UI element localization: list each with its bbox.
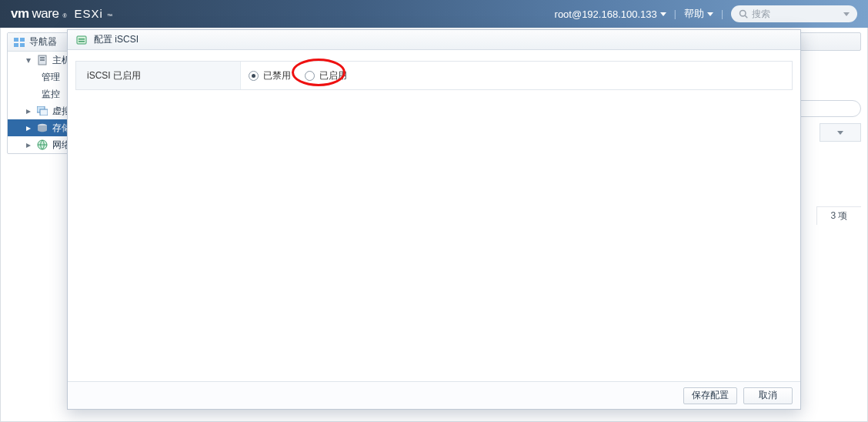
cancel-button[interactable]: 取消 [743,387,793,404]
chevron-down-icon [707,12,713,16]
chevron-down-icon [843,12,850,16]
top-banner: vmware® ESXi™ root@192.168.100.133 | 帮助 … [0,0,868,28]
tree-twisty[interactable]: ▾ [25,55,32,65]
tree-twisty[interactable]: ▸ [25,139,32,150]
svg-point-0 [740,11,746,17]
logo-tm: ™ [107,13,112,18]
user-menu[interactable]: root@192.168.100.133 [555,8,666,20]
navigator-title: 导航器 [29,35,57,49]
search-input[interactable] [752,8,843,19]
dialog-title: 配置 iSCSI [94,33,139,46]
radio-enabled-label: 已启用 [319,69,347,82]
dialog-body: iSCSI 已启用 已禁用 已启用 [68,50,800,381]
item-count: 3 项 [816,206,861,225]
help-label: 帮助 [684,7,704,21]
svg-rect-10 [40,109,48,116]
radio-disabled-input[interactable] [249,71,259,81]
network-icon [37,139,48,150]
search-icon [739,9,748,18]
chevron-down-icon [660,12,666,16]
svg-rect-14 [78,39,85,40]
separator: | [721,8,723,19]
help-menu[interactable]: 帮助 [684,7,713,21]
vm-icon [37,106,48,116]
iscsi-icon [75,34,88,46]
radio-enabled-input[interactable] [305,71,315,81]
svg-rect-8 [40,59,45,61]
form-row-iscsi-enabled: iSCSI 已启用 已禁用 已启用 [75,61,793,90]
form-label: iSCSI 已启用 [76,62,241,89]
dialog-title-bar: 配置 iSCSI [68,30,800,50]
nav-label: 管理 [42,71,60,84]
chevron-down-icon [837,131,843,135]
logo-ware: ware [32,6,59,22]
product-logo: vmware® ESXi™ [11,6,112,22]
navigator-icon [14,38,25,47]
save-button[interactable]: 保存配置 [683,387,737,404]
user-label: root@192.168.100.133 [555,8,657,20]
configure-iscsi-dialog: 配置 iSCSI iSCSI 已启用 已禁用 已启用 保存 [67,29,801,410]
separator: | [674,8,676,19]
svg-rect-3 [20,38,25,42]
logo-registered: ® [62,13,66,18]
radio-enabled[interactable]: 已启用 [305,69,347,82]
table-header-cell[interactable] [820,123,861,142]
dialog-footer: 保存配置 取消 [68,381,800,409]
logo-vm: vm [11,6,29,22]
radio-disabled[interactable]: 已禁用 [249,69,291,82]
svg-line-1 [745,15,747,18]
svg-rect-7 [40,57,45,59]
work-area: 导航器 ▾ 主机 管理 监控 ▸ 虚拟机 [0,28,868,422]
svg-rect-4 [14,43,18,47]
svg-rect-5 [20,43,25,47]
svg-rect-15 [78,41,85,42]
tree-twisty[interactable]: ▸ [25,106,32,116]
nav-label: 监控 [42,88,60,101]
svg-rect-13 [77,36,86,44]
global-search[interactable] [731,5,857,22]
tree-twisty[interactable]: ▸ [25,122,32,133]
form-field: 已禁用 已启用 [241,62,792,89]
storage-icon [37,122,48,133]
svg-rect-2 [14,38,18,42]
banner-right: root@192.168.100.133 | 帮助 | [555,5,857,22]
radio-disabled-label: 已禁用 [263,69,291,82]
host-icon [37,55,48,65]
logo-esxi: ESXi [75,7,103,20]
